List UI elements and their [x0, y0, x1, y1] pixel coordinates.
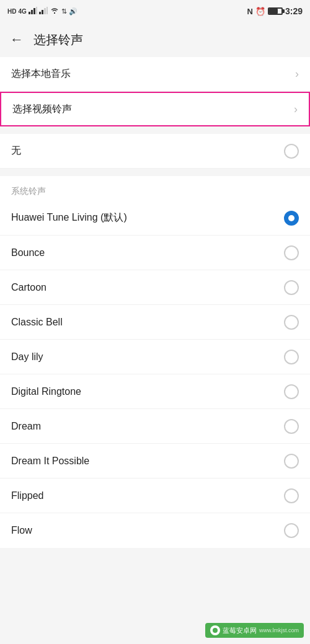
watermark-site: 蓝莓安卓网	[223, 626, 257, 635]
ringtone-label-huawei-tune: Huawei Tune Living (默认)	[11, 211, 127, 224]
ringtone-label-bounce: Bounce	[11, 247, 45, 258]
local-music-item[interactable]: 选择本地音乐 ›	[0, 57, 310, 92]
ringtone-radio-classic-bell[interactable]	[284, 315, 299, 330]
content-area: 选择本地音乐 › 选择视频铃声 › 无 系统铃声 Huawei Tune Liv…	[0, 57, 310, 548]
ringtone-label-flow: Flow	[11, 525, 32, 536]
ringtone-label-classic-bell: Classic Bell	[11, 317, 63, 328]
video-ringtone-item[interactable]: 选择视频铃声 ›	[0, 92, 310, 126]
ringtone-label-flipped: Flipped	[11, 490, 43, 501]
ringtone-radio-cartoon[interactable]	[284, 280, 299, 295]
page-header: ← 选择铃声	[0, 22, 310, 57]
ringtone-item-digital-ringtone[interactable]: Digital Ringtone	[0, 374, 310, 409]
watermark-url: www.lmkjst.com	[259, 627, 299, 633]
status-right-icons: N ⏰ 3:29	[247, 6, 303, 16]
signal-strength-1	[29, 7, 37, 15]
battery-icon	[268, 7, 283, 15]
video-ringtone-chevron: ›	[294, 103, 298, 116]
speaker-icon: 🔊	[69, 7, 78, 15]
ringtone-radio-dream[interactable]	[284, 419, 299, 434]
ringtone-label-day-lily: Day lily	[11, 351, 43, 363]
ringtone-item-huawei-tune[interactable]: Huawei Tune Living (默认)	[0, 201, 310, 236]
none-item[interactable]: 无	[0, 134, 310, 169]
svg-rect-4	[39, 12, 41, 14]
watermark-icon	[210, 625, 220, 635]
svg-rect-7	[46, 7, 48, 14]
ringtone-label-dream-it-possible: Dream It Possible	[11, 456, 89, 467]
ringtone-radio-bounce[interactable]	[284, 245, 299, 260]
status-bar: HD 4G ⇅ 🔊	[0, 0, 310, 22]
svg-rect-1	[31, 10, 33, 14]
system-ringtones-section: 系统铃声 Huawei Tune Living (默认) Bounce Cart…	[0, 176, 310, 548]
ringtone-radio-huawei-tune[interactable]	[284, 211, 299, 226]
ringtone-item-classic-bell[interactable]: Classic Bell	[0, 305, 310, 340]
alarm-icon: ⏰	[255, 7, 265, 16]
none-label: 无	[11, 144, 21, 157]
svg-rect-5	[42, 10, 43, 14]
svg-point-8	[213, 628, 218, 633]
ringtone-radio-day-lily[interactable]	[284, 350, 299, 364]
svg-rect-0	[29, 12, 30, 14]
ringtone-item-bounce[interactable]: Bounce	[0, 236, 310, 270]
ringtone-radio-flipped[interactable]	[284, 488, 299, 503]
time-display: 3:29	[285, 6, 303, 16]
page-title: 选择铃声	[33, 32, 83, 48]
ringtone-label-dream: Dream	[11, 421, 41, 432]
local-music-chevron: ›	[295, 68, 299, 81]
wifi-icon	[50, 7, 60, 15]
hd-indicator: HD	[7, 8, 16, 15]
ringtone-label-digital-ringtone: Digital Ringtone	[11, 386, 81, 397]
battery-fill	[269, 9, 278, 14]
svg-rect-3	[36, 7, 37, 14]
svg-rect-6	[44, 8, 46, 14]
ringtone-item-flow[interactable]: Flow	[0, 513, 310, 548]
notification-icon: N	[247, 7, 253, 16]
watermark: 蓝莓安卓网 www.lmkjst.com	[205, 623, 304, 638]
local-music-label: 选择本地音乐	[11, 68, 71, 81]
gap-2	[0, 169, 310, 176]
ringtone-item-dream[interactable]: Dream	[0, 409, 310, 444]
ringtone-item-day-lily[interactable]: Day lily	[0, 340, 310, 374]
ringtone-radio-digital-ringtone[interactable]	[284, 384, 299, 399]
video-ringtone-label: 选择视频铃声	[12, 103, 72, 116]
gap-1	[0, 126, 310, 134]
ringtone-radio-dream-it-possible[interactable]	[284, 454, 299, 469]
status-left-icons: HD 4G ⇅ 🔊	[7, 7, 78, 15]
system-ringtones-label: 系统铃声	[0, 176, 310, 201]
ringtone-item-dream-it-possible[interactable]: Dream It Possible	[0, 444, 310, 479]
ringtone-radio-flow[interactable]	[284, 523, 299, 538]
signal-strength-2	[39, 7, 48, 15]
ringtone-label-cartoon: Cartoon	[11, 282, 46, 293]
arrow-up-down-icon: ⇅	[61, 7, 67, 15]
network-4g: 4G	[18, 8, 26, 15]
none-radio[interactable]	[284, 144, 299, 159]
svg-rect-2	[33, 8, 35, 14]
ringtone-item-flipped[interactable]: Flipped	[0, 479, 310, 513]
ringtone-item-cartoon[interactable]: Cartoon	[0, 270, 310, 305]
back-button[interactable]: ←	[10, 32, 24, 48]
